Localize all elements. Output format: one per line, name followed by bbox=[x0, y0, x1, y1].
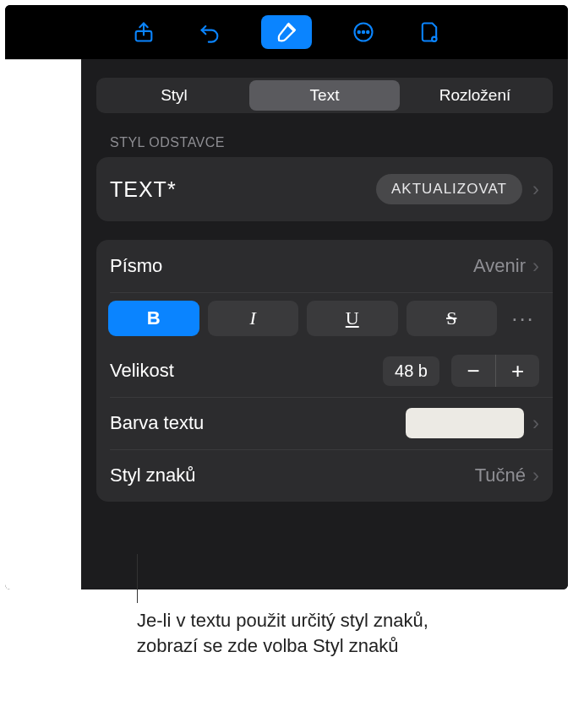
chevron-right-icon: › bbox=[532, 465, 539, 486]
svg-point-2 bbox=[358, 31, 360, 33]
text-format-buttons: B I U S ··· bbox=[96, 292, 553, 345]
size-label: Velikost bbox=[110, 360, 383, 382]
tab-layout[interactable]: Rozložení bbox=[400, 80, 550, 111]
document-canvas bbox=[5, 59, 81, 589]
undo-icon[interactable] bbox=[195, 18, 224, 46]
font-value: Avenir bbox=[473, 255, 526, 277]
top-toolbar bbox=[5, 5, 568, 59]
text-color-swatch[interactable] bbox=[406, 408, 524, 438]
tab-style[interactable]: Styl bbox=[99, 80, 249, 111]
strikethrough-button[interactable]: S bbox=[407, 301, 498, 336]
text-color-row[interactable]: Barva textu › bbox=[96, 397, 553, 449]
tab-text[interactable]: Text bbox=[249, 80, 400, 111]
size-value[interactable]: 48 b bbox=[383, 356, 439, 386]
character-style-label: Styl znaků bbox=[110, 465, 475, 486]
app-window: Styl Text Rozložení STYL ODSTAVCE TEXT* … bbox=[5, 5, 568, 589]
size-decrease-button[interactable]: − bbox=[451, 355, 495, 387]
svg-point-6 bbox=[433, 38, 435, 41]
callout-text: Je-li v textu použit určitý styl znaků, … bbox=[137, 591, 441, 658]
paragraph-style-row[interactable]: TEXT* AKTUALIZOVAT › bbox=[96, 157, 553, 221]
annotation-callout: Je-li v textu použit určitý styl znaků, … bbox=[137, 591, 441, 658]
format-brush-icon[interactable] bbox=[261, 15, 312, 49]
format-panel: Styl Text Rozložení STYL ODSTAVCE TEXT* … bbox=[81, 59, 568, 589]
font-card: Písmo Avenir › B I U S ··· Velikost 48 b… bbox=[96, 240, 553, 502]
size-stepper: − + bbox=[451, 355, 539, 387]
character-style-value: Tučné bbox=[475, 465, 526, 486]
chevron-right-icon: › bbox=[532, 256, 539, 276]
paragraph-style-section-label: STYL ODSTAVCE bbox=[110, 135, 553, 150]
svg-point-3 bbox=[363, 31, 364, 33]
chevron-right-icon: › bbox=[532, 413, 539, 433]
paragraph-style-name: TEXT* bbox=[110, 177, 376, 202]
chevron-right-icon: › bbox=[532, 179, 539, 199]
more-format-button[interactable]: ··· bbox=[505, 301, 541, 336]
italic-button[interactable]: I bbox=[208, 301, 299, 336]
character-style-row[interactable]: Styl znaků Tučné › bbox=[96, 449, 553, 502]
share-icon[interactable] bbox=[129, 18, 158, 46]
document-icon[interactable] bbox=[415, 18, 444, 46]
svg-point-4 bbox=[367, 31, 368, 33]
more-icon[interactable] bbox=[349, 18, 378, 46]
font-row[interactable]: Písmo Avenir › bbox=[96, 240, 553, 292]
size-increase-button[interactable]: + bbox=[495, 355, 539, 387]
font-label: Písmo bbox=[110, 255, 473, 277]
underline-button[interactable]: U bbox=[307, 301, 398, 336]
format-tabs: Styl Text Rozložení bbox=[96, 78, 553, 113]
callout-leader-line bbox=[137, 554, 138, 603]
bold-button[interactable]: B bbox=[108, 301, 199, 336]
update-style-button[interactable]: AKTUALIZOVAT bbox=[376, 174, 522, 204]
size-row: Velikost 48 b − + bbox=[96, 345, 553, 397]
text-color-label: Barva textu bbox=[110, 412, 406, 434]
